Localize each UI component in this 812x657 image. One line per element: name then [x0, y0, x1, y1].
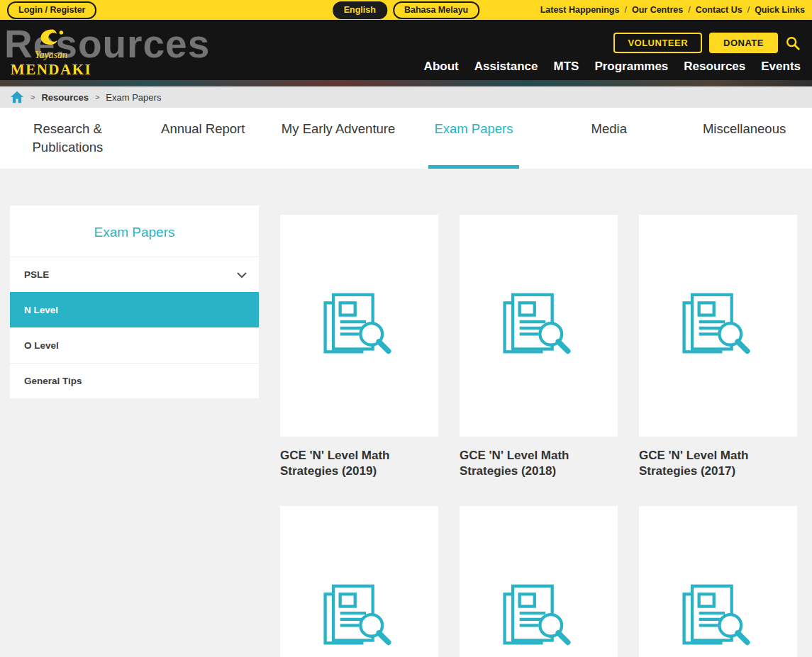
link-our-centres[interactable]: Our Centres [632, 5, 683, 15]
mendaki-logo-icon [32, 28, 70, 52]
tab-label: Exam Papers [434, 120, 513, 169]
exam-paper-thumbnail[interactable] [639, 506, 797, 657]
link-contact-us[interactable]: Contact Us [696, 5, 743, 15]
chevron-down-icon [236, 271, 248, 279]
exam-paper-thumbnail[interactable] [280, 506, 438, 657]
logo-text-mendaki: MENDAKI [11, 61, 91, 79]
nav-assistance[interactable]: Assistance [474, 60, 538, 74]
exam-paper-card[interactable]: GCE 'N' Level Math Strategies (2018) [460, 215, 618, 479]
sidebar-item-label: N Level [24, 305, 58, 315]
home-icon[interactable] [10, 91, 24, 103]
exam-paper-grid: GCE 'N' Level Math Strategies (2019) GCE… [280, 215, 797, 657]
volunteer-button[interactable]: VOLUNTEER [613, 33, 702, 53]
header-right: VOLUNTEER DONATE About Assistance MTS Pr… [424, 33, 801, 74]
document-search-icon [677, 289, 759, 363]
sidebar-item-label: PSLE [24, 269, 49, 280]
document-search-icon [498, 289, 579, 363]
tab-label: Media [591, 120, 627, 169]
breadcrumb: > Resources > Exam Papers [0, 86, 812, 108]
nav-events[interactable]: Events [761, 60, 801, 74]
breadcrumb-separator: > [95, 93, 99, 101]
sidebar-title: Exam Papers [10, 206, 259, 257]
language-switcher: English Bahasa Melayu [333, 1, 479, 19]
link-quick-links[interactable]: Quick Links [755, 5, 805, 15]
donate-button[interactable]: DONATE [709, 33, 778, 53]
site-header: Resources Yayasan MENDAKI VOLUNTEER DONA… [0, 20, 812, 86]
tab-label: Annual Report [161, 120, 245, 169]
tab-label: Research & Publications [6, 120, 130, 169]
exam-paper-thumbnail[interactable] [639, 215, 797, 437]
exam-paper-thumbnail[interactable] [280, 215, 438, 437]
exam-paper-thumbnail[interactable] [460, 506, 618, 657]
main-navigation: About Assistance MTS Programmes Resource… [424, 60, 801, 74]
top-link-separator: / [688, 5, 690, 15]
tab-my-early-adventure[interactable]: My Early Adventure [271, 108, 406, 169]
top-links: Latest Happenings / Our Centres / Contac… [540, 5, 805, 15]
nav-programmes[interactable]: Programmes [594, 60, 668, 74]
document-search-icon [318, 580, 400, 654]
mendaki-logo[interactable]: Yayasan MENDAKI [11, 28, 91, 79]
tab-research-publications[interactable]: Research & Publications [0, 108, 135, 169]
tab-annual-report[interactable]: Annual Report [135, 108, 271, 169]
header-cta-row: VOLUNTEER DONATE [613, 33, 801, 53]
top-link-separator: / [747, 5, 750, 15]
nav-about[interactable]: About [424, 60, 459, 74]
search-icon[interactable] [785, 35, 801, 51]
sidebar-item-o-level[interactable]: O Level [10, 327, 259, 363]
section-tabs: Research & Publications Annual Report My… [0, 108, 812, 169]
tab-media[interactable]: Media [541, 108, 677, 169]
exam-paper-card[interactable] [639, 506, 797, 657]
exam-paper-title[interactable]: GCE 'N' Level Math Strategies (2018) [460, 448, 612, 479]
top-utility-bar: Login / Register English Bahasa Melayu L… [0, 0, 812, 20]
tab-label: My Early Adventure [282, 120, 395, 169]
link-latest-happenings[interactable]: Latest Happenings [540, 5, 620, 15]
sidebar-item-general-tips[interactable]: General Tips [10, 363, 259, 398]
exam-paper-card[interactable]: GCE 'N' Level Math Strategies (2017) [639, 215, 797, 479]
logo-text-yayasan: Yayasan [35, 50, 67, 61]
main-content: Exam Papers PSLE N Level O Level General… [0, 169, 812, 657]
document-search-icon [318, 289, 400, 363]
document-search-icon [498, 580, 579, 654]
exam-paper-thumbnail[interactable] [460, 215, 618, 437]
login-register-button[interactable]: Login / Register [7, 1, 96, 19]
nav-mts[interactable]: MTS [553, 60, 579, 74]
tab-label: Miscellaneous [703, 120, 786, 169]
nav-resources[interactable]: Resources [684, 60, 745, 74]
exam-paper-card[interactable] [280, 506, 438, 657]
sidebar-item-label: O Level [24, 340, 59, 351]
breadcrumb-resources[interactable]: Resources [41, 92, 88, 103]
exam-paper-card[interactable] [460, 506, 618, 657]
tab-exam-papers[interactable]: Exam Papers [406, 108, 541, 169]
sidebar-item-n-level[interactable]: N Level [10, 292, 259, 327]
sidebar-item-psle[interactable]: PSLE [10, 257, 259, 292]
exam-paper-title[interactable]: GCE 'N' Level Math Strategies (2017) [639, 448, 791, 479]
sidebar-item-label: General Tips [24, 376, 82, 386]
breadcrumb-exam-papers: Exam Papers [106, 92, 161, 103]
top-link-separator: / [624, 5, 626, 15]
exam-paper-title[interactable]: GCE 'N' Level Math Strategies (2019) [280, 448, 433, 479]
document-search-icon [677, 580, 759, 654]
exam-papers-sidebar: Exam Papers PSLE N Level O Level General… [10, 206, 259, 398]
tab-miscellaneous[interactable]: Miscellaneous [677, 108, 812, 169]
lang-malay-button[interactable]: Bahasa Melayu [393, 1, 479, 19]
exam-paper-card[interactable]: GCE 'N' Level Math Strategies (2019) [280, 215, 438, 479]
lang-english-button[interactable]: English [333, 1, 387, 19]
breadcrumb-separator: > [30, 93, 35, 101]
